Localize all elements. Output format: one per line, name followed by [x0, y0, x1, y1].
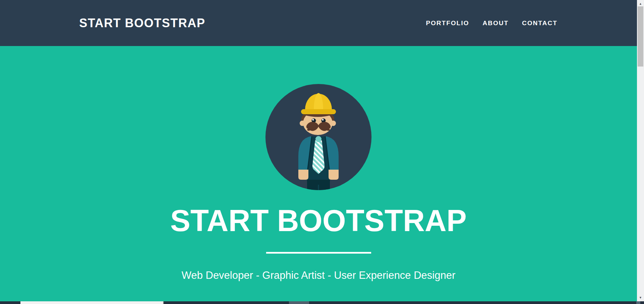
nav-link-portfolio[interactable]: PORTFOLIO: [426, 19, 469, 27]
avatar-left-hand: [298, 170, 308, 180]
avatar-right-hand: [329, 170, 339, 180]
hero-title: START BOOTSTRAP: [170, 206, 466, 236]
up-arrow-icon: ▲: [639, 2, 642, 5]
construction-worker-icon: [265, 84, 371, 190]
nav-link-about[interactable]: ABOUT: [483, 19, 509, 27]
taskbar-active-app[interactable]: [289, 301, 309, 304]
taskbar-tray-segment: [636, 301, 640, 304]
hero-section: START BOOTSTRAP Web Developer - Graphic …: [0, 46, 637, 301]
taskbar-strip: [0, 301, 644, 304]
avatar-hard-hat-brim: [301, 109, 336, 114]
avatar: [265, 84, 371, 190]
avatar-tie-knot: [315, 136, 321, 142]
hero-subtitle: Web Developer - Graphic Artist - User Ex…: [182, 269, 455, 282]
scroll-down-button[interactable]: ▼: [637, 295, 644, 300]
page-viewport: START BOOTSTRAP PORTFOLIO ABOUT CONTACT: [0, 0, 637, 301]
down-arrow-icon: ▼: [639, 296, 642, 299]
nav-link-contact[interactable]: CONTACT: [522, 19, 557, 27]
navbar: START BOOTSTRAP PORTFOLIO ABOUT CONTACT: [0, 0, 637, 46]
vertical-scrollbar[interactable]: ▲ ▼: [637, 0, 644, 301]
navbar-menu: PORTFOLIO ABOUT CONTACT: [426, 19, 557, 27]
navbar-container: START BOOTSTRAP PORTFOLIO ABOUT CONTACT: [79, 0, 557, 46]
taskbar-search-box[interactable]: [20, 301, 164, 304]
navbar-brand[interactable]: START BOOTSTRAP: [79, 16, 205, 30]
divider-line: [266, 252, 371, 254]
scroll-up-button[interactable]: ▲: [637, 1, 644, 6]
vertical-scrollbar-thumb[interactable]: [638, 6, 643, 67]
